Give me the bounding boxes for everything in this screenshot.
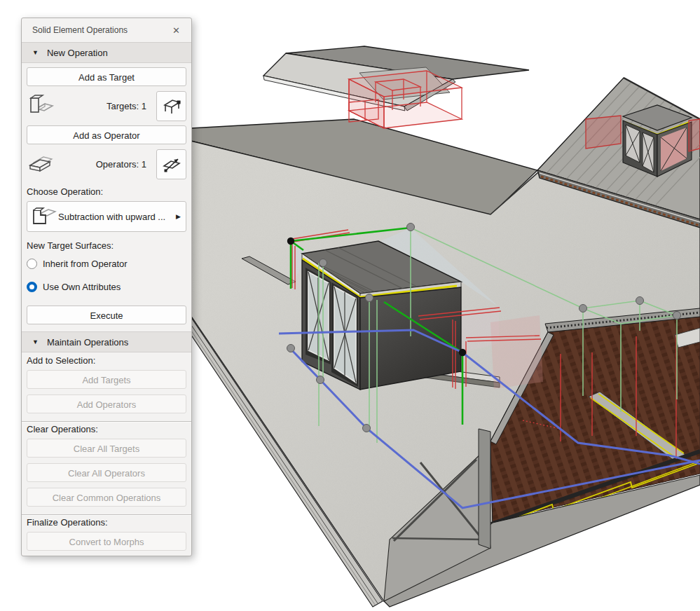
targets-icon [27,93,57,119]
add-as-target-button[interactable]: Add as Target [27,67,186,86]
add-operators-button[interactable]: Add Operators [27,394,186,413]
radio-off-icon[interactable] [27,259,37,269]
chevron-down-icon: ▼ [32,338,39,345]
operator-box-left [586,116,621,149]
clear-all-targets-button[interactable]: Clear All Targets [27,439,186,458]
targets-row: Targets: 1 [27,90,186,121]
flyout-arrow-icon: ▶ [174,213,183,220]
section-header-new-operation[interactable]: ▼ New Operation [22,42,191,63]
solid-element-operations-palette: Solid Element Operations ✕ ▼ New Operati… [21,18,192,556]
section-label: New Operation [47,48,108,58]
operators-icon [27,151,57,177]
clear-common-operations-button[interactable]: Clear Common Operations [27,488,186,507]
palette-titlebar[interactable]: Solid Element Operations ✕ [22,18,191,42]
section-header-maintain-operations[interactable]: ▼ Maintain Operations [22,331,191,352]
section-label: Maintain Operations [47,337,128,348]
execute-button[interactable]: Execute [27,306,186,324]
clear-all-operators-button[interactable]: Clear All Operators [27,463,186,482]
clear-operations-label: Clear Operations: [27,424,186,434]
pick-targets-button[interactable] [156,91,186,121]
divider [22,421,191,423]
operators-count: Operators: 1 [57,159,156,170]
radio-label: Use Own Attributes [43,282,121,292]
close-icon[interactable]: ✕ [168,24,184,37]
choose-operation-label: Choose Operation: [27,186,186,197]
new-target-surfaces-label: New Target Surfaces: [27,240,186,251]
window-right[interactable] [331,282,358,387]
radio-label: Inherit from Operator [43,259,128,269]
add-as-operator-button[interactable]: Add as Operator [27,125,186,144]
add-to-selection-label: Add to Selection: [27,355,186,366]
targets-count: Targets: 1 [57,101,156,111]
radio-inherit-from-operator[interactable]: Inherit from Operator [27,259,186,269]
add-targets-button[interactable]: Add Targets [27,370,186,389]
chevron-down-icon: ▼ [32,49,39,56]
pick-operators-icon [162,155,181,173]
palette-title: Solid Element Operations [32,25,168,35]
pick-operators-button[interactable] [156,149,186,179]
window-left[interactable] [306,268,331,364]
convert-to-morphs-button[interactable]: Convert to Morphs [27,532,186,551]
subtraction-operation-icon [30,204,57,229]
operation-value: Subtraction with upward ... [57,212,174,222]
finalize-operations-label: Finalize Operations: [27,517,186,528]
operation-dropdown[interactable]: Subtraction with upward ... ▶ [27,201,186,232]
divider [22,514,191,516]
pick-targets-icon [162,97,181,115]
operators-row: Operators: 1 [27,149,186,179]
radio-on-icon[interactable] [27,282,37,292]
operator-box-right [689,119,700,151]
radio-use-own-attributes[interactable]: Use Own Attributes [27,282,186,292]
